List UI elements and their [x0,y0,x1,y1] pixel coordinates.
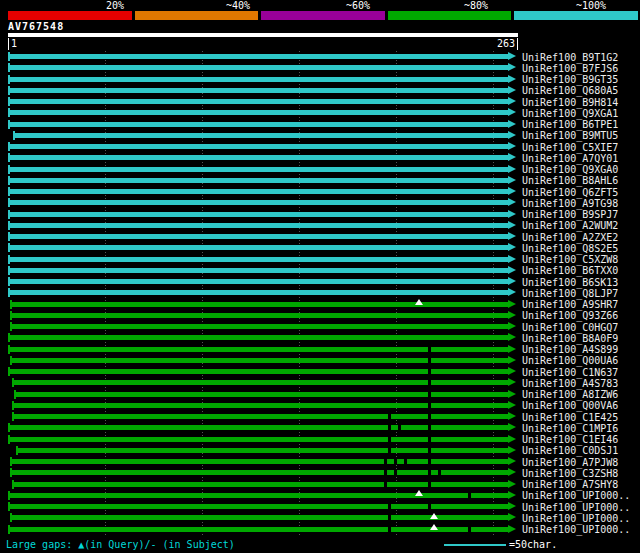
hit-id-label[interactable]: UniRef100_C0HGQ7 [522,321,618,332]
scale-segment-green [388,11,512,20]
alignment-bar[interactable] [8,119,516,130]
alignment-bar[interactable] [8,85,516,96]
hit-id-label[interactable]: UniRef100_UPI000.. [522,512,630,523]
alignment-bar[interactable] [8,434,516,445]
hit-id-label[interactable]: UniRef100_B8AHL6 [522,175,618,186]
alignment-bar[interactable] [12,400,516,411]
scale-label-80: ~80% [464,0,488,11]
bar-body [8,110,508,115]
alignment-bar[interactable] [8,366,516,377]
hit-id-label[interactable]: UniRef100_Q8LJP7 [522,287,618,298]
hit-id-label[interactable]: UniRef100_C1MPI6 [522,422,618,433]
bar-body [10,302,508,307]
alignment-bar[interactable] [8,231,516,242]
hit-id-label[interactable]: UniRef100_B6TPE1 [522,119,618,130]
alignment-bar[interactable] [8,422,516,433]
alignment-bar[interactable] [10,355,516,366]
alignment-bar[interactable] [8,490,516,501]
alignment-bar[interactable] [10,321,516,332]
alignment-bar[interactable] [8,186,516,197]
hit-id-label[interactable]: UniRef100_Q9XGA0 [522,164,618,175]
subject-gap-marker [394,469,397,476]
alignment-bar[interactable] [8,209,516,220]
hit-id-label[interactable]: UniRef100_B6SK13 [522,276,618,287]
alignment-bar[interactable] [8,524,516,535]
subject-gap-marker [428,379,431,386]
alignment-bar[interactable] [8,152,516,163]
alignment-bar[interactable] [8,287,516,298]
hit-id-label[interactable]: UniRef100_B9SPJ7 [522,209,618,220]
hit-id-label[interactable]: UniRef100_C1N637 [522,366,618,377]
hit-id-label[interactable]: UniRef100_A8IZW6 [522,389,618,400]
alignment-row: UniRef100_B6SK13 [8,276,518,287]
alignment-bar[interactable] [8,242,516,253]
alignment-bar[interactable] [8,62,516,73]
hit-id-label[interactable]: UniRef100_UPI000.. [522,501,630,512]
hit-id-label[interactable]: UniRef100_A9TG98 [522,197,618,208]
hit-id-label[interactable]: UniRef100_C5XZW8 [522,254,618,265]
alignment-bar[interactable] [8,175,516,186]
subject-gap-marker [388,447,391,454]
alignment-bar[interactable] [8,74,516,85]
hit-id-label[interactable]: UniRef100_C1E425 [522,411,618,422]
alignment-bar[interactable] [8,276,516,287]
alignment-bar[interactable] [8,107,516,118]
scale-segment-orange [135,11,259,20]
alignment-bar[interactable] [8,501,516,512]
alignment-bar[interactable] [8,220,516,231]
hit-id-label[interactable]: UniRef100_C1EI46 [522,434,618,445]
alignment-bar[interactable] [12,377,516,388]
hit-id-label[interactable]: UniRef100_Q8S2E5 [522,242,618,253]
alignment-bar[interactable] [8,254,516,265]
alignment-bar[interactable] [13,130,516,141]
hit-id-label[interactable]: UniRef100_Q00UA6 [522,355,618,366]
bar-arrowhead [508,367,516,375]
hit-id-label[interactable]: UniRef100_A2WUM2 [522,220,618,231]
hit-id-label[interactable]: UniRef100_Q6ZFT5 [522,186,618,197]
alignment-bar[interactable] [8,51,516,62]
subject-gap-marker [438,469,441,476]
hit-id-label[interactable]: UniRef100_A4S899 [522,344,618,355]
alignment-bar[interactable] [10,512,516,523]
bar-body [12,414,508,419]
hit-id-label[interactable]: UniRef100_B7FJS6 [522,62,618,73]
hit-id-label[interactable]: UniRef100_B6TXX0 [522,265,618,276]
alignment-bar[interactable] [8,141,516,152]
hit-id-label[interactable]: UniRef100_Q00VA6 [522,400,618,411]
hit-id-label[interactable]: UniRef100_Q93Z66 [522,310,618,321]
hit-id-label[interactable]: UniRef100_B9GT35 [522,74,618,85]
hit-id-label[interactable]: UniRef100_UPI000.. [522,490,630,501]
hit-id-label[interactable]: UniRef100_C3ZSH8 [522,467,618,478]
hit-id-label[interactable]: UniRef100_Q680A5 [522,85,618,96]
hit-id-label[interactable]: UniRef100_A2ZXE2 [522,231,618,242]
alignment-bar[interactable] [10,299,516,310]
alignment-bar[interactable] [8,197,516,208]
alignment-bar[interactable] [8,332,516,343]
hit-id-label[interactable]: UniRef100_A7SHY8 [522,479,618,490]
hit-id-label[interactable]: UniRef100_UPI000.. [522,524,630,535]
bar-body [8,279,508,284]
hit-id-label[interactable]: UniRef100_B8A0F9 [522,332,618,343]
alignment-bar[interactable] [8,164,516,175]
alignment-bar[interactable] [8,344,516,355]
hit-id-label[interactable]: UniRef100_C0DSJ1 [522,445,618,456]
hit-id-label[interactable]: UniRef100_A7QY01 [522,152,618,163]
alignment-bar[interactable] [8,96,516,107]
alignment-bar[interactable] [10,310,516,321]
alignment-bar[interactable] [8,265,516,276]
alignment-row: UniRef100_Q9XGA1 [8,107,518,118]
alignment-bar[interactable] [16,445,516,456]
alignment-bar[interactable] [12,411,516,422]
alignment-bar[interactable] [12,479,516,490]
alignment-bar[interactable] [10,467,516,478]
hit-id-label[interactable]: UniRef100_A4S783 [522,377,618,388]
hit-id-label[interactable]: UniRef100_A9SHR7 [522,299,618,310]
hit-id-label[interactable]: UniRef100_Q9XGA1 [522,107,618,118]
hit-id-label[interactable]: UniRef100_B9T1G2 [522,51,618,62]
hit-id-label[interactable]: UniRef100_C5XIE7 [522,141,618,152]
alignment-bar[interactable] [14,389,516,400]
alignment-bar[interactable] [10,456,516,467]
hit-id-label[interactable]: UniRef100_A7PJW8 [522,456,618,467]
hit-id-label[interactable]: UniRef100_B9H814 [522,96,618,107]
hit-id-label[interactable]: UniRef100_B9MTU5 [522,130,618,141]
